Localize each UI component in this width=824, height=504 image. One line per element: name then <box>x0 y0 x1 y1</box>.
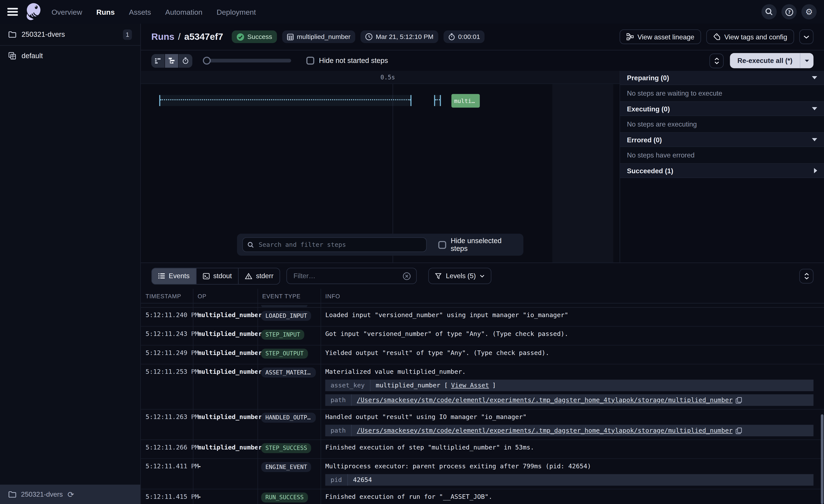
event-info-text: Materialized value multiplied_number. <box>325 368 813 376</box>
breadcrumb-runs[interactable]: Runs <box>151 31 174 42</box>
copy-icon[interactable] <box>736 427 742 434</box>
hide-unselected-checkbox[interactable] <box>438 241 446 249</box>
event-type-cell: HANDLED_OUTPUT <box>258 413 320 436</box>
event-info: Finished execution of step "multiplied_n… <box>321 443 824 455</box>
app-window: Overview Runs Assets Automation Deployme… <box>0 0 824 504</box>
metadata-key: path <box>325 394 351 406</box>
search-button[interactable] <box>761 4 777 19</box>
gantt-chart[interactable]: 0.5s multiplied_number <box>141 71 620 263</box>
metadata-link[interactable]: /Users/smackesey/stm/code/elementl/exper… <box>357 426 733 435</box>
col-timestamp: TIMESTAMP <box>141 293 193 299</box>
flat-view-button[interactable] <box>151 54 165 68</box>
zoom-slider[interactable] <box>204 59 291 62</box>
expand-collapse-panel-button[interactable] <box>710 53 724 68</box>
metadata-entry: path/Users/smackesey/stm/code/elementl/e… <box>325 425 813 436</box>
table-row[interactable]: 5:12:11.263 PMmultiplied_numberHANDLED_O… <box>141 409 824 440</box>
table-row[interactable]: 5:12:11.243 PMmultiplied_numberSTEP_INPU… <box>141 327 824 346</box>
event-list-icon <box>158 273 165 279</box>
event-op: multiplied_number <box>193 311 258 323</box>
event-log-table: TIMESTAMP OP EVENT TYPE INFO 5:12:11.240… <box>141 289 824 504</box>
nav-assets[interactable]: Assets <box>129 8 151 16</box>
table-row[interactable]: 5:12:11.266 PMmultiplied_numberSTEP_SUCC… <box>141 440 824 459</box>
nav-automation[interactable]: Automation <box>165 8 202 16</box>
section-succeeded[interactable]: Succeeded (1) <box>620 164 824 178</box>
asset-group-label: default <box>22 52 43 59</box>
col-op: OP <box>193 293 258 299</box>
metadata-value: /Users/smackesey/stm/code/elementl/exper… <box>351 396 747 404</box>
event-type-badge: STEP_INPUT <box>261 330 304 340</box>
refresh-icon[interactable]: ⟳ <box>68 490 74 498</box>
tab-events[interactable]: Events <box>152 268 196 284</box>
log-toolbar: Events stdout stderr <box>141 263 824 289</box>
terminal-icon <box>203 273 210 279</box>
event-type-cell: STEP_SUCCESS <box>258 443 320 455</box>
table-row[interactable]: 5:12:11.253 PMmultiplied_numberASSET_MAT… <box>141 365 824 410</box>
nav-deployment[interactable]: Deployment <box>217 8 256 16</box>
hide-not-started-label: Hide not started steps <box>319 57 388 65</box>
metadata-link[interactable]: /Users/smackesey/stm/code/elementl/exper… <box>357 396 733 404</box>
primary-nav: Overview Runs Assets Automation Deployme… <box>51 8 256 16</box>
event-timestamp: 5:12:11.249 PM <box>141 349 193 361</box>
timed-view-button[interactable] <box>179 54 192 68</box>
step-search-field[interactable] <box>242 237 426 252</box>
reexecute-all-button[interactable]: Re-execute all (*) <box>730 57 800 65</box>
tab-stdout[interactable]: stdout <box>196 268 238 284</box>
copy-icon[interactable] <box>736 397 742 404</box>
gantt-step-bar[interactable]: multiplied_number <box>451 94 480 108</box>
collapse-triangle-icon <box>812 107 817 110</box>
help-button[interactable]: ? <box>781 4 797 19</box>
scrollbar-thumb[interactable] <box>821 414 823 504</box>
section-preparing[interactable]: Preparing (0) <box>620 71 824 85</box>
search-icon <box>765 8 773 16</box>
waterfall-view-button[interactable] <box>165 54 179 68</box>
metadata-link[interactable]: View Asset <box>451 381 489 390</box>
sidebar-item-code-location[interactable]: 250321-dvers 1 <box>0 24 140 46</box>
run-actions-menu-button[interactable] <box>799 29 814 44</box>
step-search-input[interactable] <box>258 241 421 249</box>
dagster-logo-icon[interactable] <box>24 2 43 22</box>
event-info-text: Yielded output "result" of type "Any". (… <box>325 349 813 358</box>
log-filter-input[interactable] <box>293 271 399 280</box>
event-op: multiplied_number <box>193 330 258 342</box>
clock-icon <box>365 33 373 40</box>
gantt-waiting-bar <box>159 95 411 106</box>
hide-not-started-checkbox[interactable] <box>306 57 314 65</box>
table-row[interactable]: 5:12:11.249 PMmultiplied_numberSTEP_OUTP… <box>141 346 824 364</box>
nav-overview[interactable]: Overview <box>51 8 82 16</box>
table-row[interactable]: 5:12:11.415 PM-RUN_SUCCESSFinished execu… <box>141 489 824 504</box>
event-op: multiplied_number <box>193 349 258 361</box>
nav-runs[interactable]: Runs <box>96 8 115 16</box>
timer-icon <box>448 33 455 40</box>
view-tags-config-button[interactable]: View tags and config <box>706 29 794 44</box>
event-info: Finished execution of run for "__ASSET_J… <box>321 493 824 504</box>
settings-button[interactable]: ⚙ <box>802 4 817 19</box>
hamburger-menu-icon[interactable] <box>7 8 18 16</box>
gantt-toolbar: Hide not started steps Re-execute all (*… <box>141 50 824 71</box>
metadata-text: ] <box>492 381 496 390</box>
asset-tag[interactable]: multiplied_number <box>282 30 355 43</box>
event-type-cell: STEP_INPUT <box>258 330 320 342</box>
section-executing[interactable]: Executing (0) <box>620 102 824 116</box>
event-type-badge: ENGINE_EVENT <box>261 462 311 472</box>
sidebar-footer[interactable]: 250321-dvers ⟳ <box>0 485 140 504</box>
reexecute-menu-button[interactable] <box>800 53 813 68</box>
expand-log-panel-button[interactable] <box>799 269 814 283</box>
zoom-slider-handle[interactable] <box>203 57 211 65</box>
levels-dropdown[interactable]: Levels (5) <box>428 268 492 284</box>
table-row[interactable]: 5:12:11.411 PM-ENGINE_EVENTMultiprocess … <box>141 459 824 489</box>
metadata-entry: pid42654 <box>325 474 813 486</box>
asset-icon <box>287 33 294 40</box>
event-timestamp: 5:12:11.243 PM <box>141 330 193 342</box>
event-timestamp: 5:12:11.253 PM <box>141 368 193 406</box>
section-errored[interactable]: Errored (0) <box>620 133 824 147</box>
gantt-highlight-region <box>552 84 613 262</box>
log-filter-field[interactable] <box>287 268 417 284</box>
event-info: Loaded input "versioned_number" using in… <box>321 311 824 323</box>
sidebar-item-default-group[interactable]: default <box>0 46 140 66</box>
table-row[interactable]: 5:12:11.240 PMmultiplied_numberLOADED_IN… <box>141 307 824 327</box>
view-asset-lineage-button[interactable]: View asset lineage <box>620 29 701 44</box>
tab-stderr[interactable]: stderr <box>238 268 280 284</box>
gear-icon: ⚙ <box>805 8 813 16</box>
event-type-cell: LOADED_INPUT <box>258 311 320 323</box>
clear-filter-icon[interactable] <box>403 272 411 280</box>
